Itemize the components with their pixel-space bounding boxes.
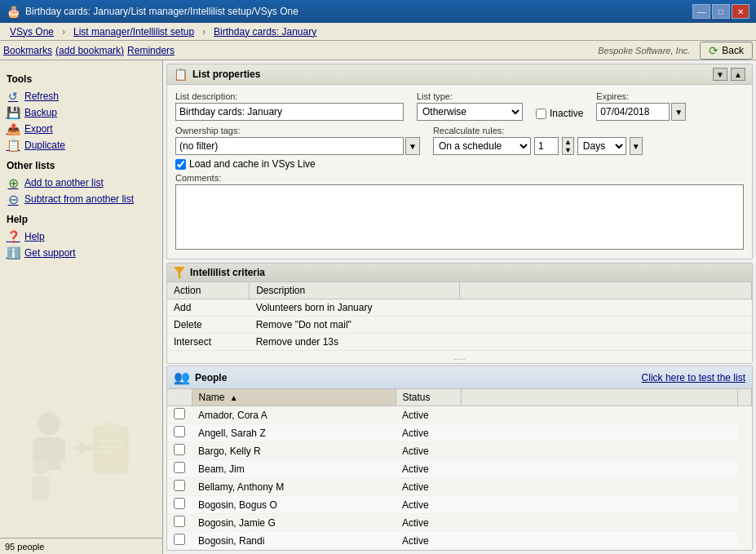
people-col-check [167,389,192,406]
people-panel: 👥 People Click here to test the list Nam… [166,366,753,551]
table-row[interactable]: Beam, Jim Active [167,460,752,478]
comments-wrapper [175,183,744,252]
recalculate-unit-select[interactable]: Days Hours Weeks [577,137,626,155]
person-name: Angell, Sarah Z [192,424,396,442]
table-row[interactable]: Bogosin, Jamie G Active [167,514,752,532]
sidebar-item-backup[interactable]: 💾 Backup [3,104,159,121]
person-name: Bogosin, Jamie G [192,514,396,532]
row-checkbox[interactable] [174,516,185,527]
person-name: Bogosin, Bogus O [192,496,396,514]
list-properties-title: List properties [192,69,260,80]
duplicate-label: Duplicate [24,140,65,151]
recalculate-select[interactable]: On a schedule Manually Daily [433,137,531,155]
status-text: 95 people [5,542,44,552]
status-bar: 95 people [0,538,162,554]
collapse-button[interactable]: ▼ [713,68,727,81]
bespoke-label: Bespoke Software, Inc. [598,46,690,55]
row-checkbox[interactable] [174,534,185,545]
other-lists-section-title: Other lists [7,160,159,171]
refresh-icon: ↺ [7,90,20,103]
ownership-input-row: ▼ [175,137,420,155]
pin-button[interactable]: ▲ [731,68,745,81]
people-icon: 👥 [174,370,190,385]
breadcrumb-list-manager[interactable]: List manager/Intellilist setup [67,24,201,39]
recalculate-number-spinner[interactable]: ▲▼ [562,137,574,155]
table-row[interactable]: Bellamy, Anthony M Active [167,478,752,496]
criteria-col-description: Description [250,282,460,299]
breadcrumb-vsysone[interactable]: VSys One [3,24,60,39]
svg-rect-7 [99,440,123,442]
comments-textarea[interactable] [175,184,744,250]
row-checkbox[interactable] [174,408,185,419]
add-bookmark-link[interactable]: (add bookmark) [55,45,124,56]
table-row[interactable]: Bogosin, Randi Active [167,532,752,549]
people-body: Amador, Cora A Active Angell, Sarah Z Ac… [167,406,752,549]
person-status: Active [396,478,461,496]
recalculate-unit-dropdown[interactable]: ▼ [630,137,643,155]
row-checkbox[interactable] [174,498,185,509]
list-description-input[interactable] [175,103,404,121]
criteria-col-extra [459,282,751,299]
recalculate-number-input[interactable] [534,137,559,155]
people-col-extra [461,389,738,406]
test-list-link[interactable]: Click here to test the list [642,372,745,383]
criteria-description: Remove under 13s [250,334,460,351]
bookmarks-link[interactable]: Bookmarks [3,45,52,56]
row-checkbox[interactable] [174,480,185,491]
criteria-row[interactable]: Delete Remove "Do not mail" [167,317,752,334]
list-properties-header[interactable]: 📋 List properties ▼ ▲ [167,64,752,85]
row-checkbox[interactable] [174,462,185,473]
table-row[interactable]: Bargo, Kelly R Active [167,442,752,460]
sidebar-item-subtract-from[interactable]: ⊖ Subtract from another list [3,191,159,207]
inactive-checkbox[interactable] [536,109,546,119]
drag-handle[interactable]: ..... [167,351,752,363]
table-row[interactable]: Bogosin, Bogus O Active [167,496,752,514]
back-button[interactable]: ⟳ Back [700,42,753,60]
expires-input-row: ▼ [596,103,686,121]
person-status: Active [396,424,461,442]
row-checkbox[interactable] [174,444,185,455]
tools-section-title: Tools [7,73,159,85]
svg-point-0 [38,412,60,435]
inactive-check: Inactive [536,108,583,119]
ownership-tags-input[interactable] [175,137,404,155]
table-row[interactable]: Angell, Sarah Z Active [167,424,752,442]
person-status: Active [396,460,461,478]
list-type-select[interactable]: Otherwise Include Exclude [417,103,523,121]
expires-dropdown-button[interactable]: ▼ [671,103,686,121]
criteria-action: Add [167,299,250,317]
reminders-link[interactable]: Reminders [127,45,175,56]
inactive-label: Inactive [550,108,583,119]
svg-point-10 [33,459,49,475]
people-scrollable[interactable]: Name ▲ Status Amador, Cora A Active Ange… [167,389,752,548]
sidebar: Tools ↺ Refresh 💾 Backup 📤 Export 📋 Dupl… [0,60,163,554]
recalculate-group: Recalculate rules: On a schedule Manuall… [433,126,643,155]
criteria-table: Action Description Add Volunteers born i… [167,282,752,351]
ownership-tags-label: Ownership tags: [175,126,420,135]
people-col-status[interactable]: Status [396,389,461,406]
maximize-button[interactable]: □ [712,4,730,19]
load-cache-checkbox[interactable] [175,159,186,170]
sidebar-item-duplicate[interactable]: 📋 Duplicate [3,137,159,153]
table-row[interactable]: Amador, Cora A Active [167,406,752,424]
criteria-row[interactable]: Add Volunteers born in January [167,299,752,317]
people-col-name[interactable]: Name ▲ [192,389,396,406]
load-cache-check: Load and cache in VSys Live [175,158,744,170]
close-button[interactable]: ✕ [732,4,749,19]
criteria-row[interactable]: Intersect Remove under 13s [167,334,752,351]
ownership-dropdown-button[interactable]: ▼ [405,137,420,155]
sidebar-item-help[interactable]: ❓ Help [3,228,159,245]
row-checkbox-cell [167,532,192,549]
comments-group: Comments: [175,173,744,252]
expires-input[interactable] [596,103,670,121]
sidebar-item-get-support[interactable]: ℹ️ Get support [3,245,159,261]
people-header-left: 👥 People [174,370,227,385]
row-checkbox[interactable] [174,426,185,437]
sidebar-item-add-to-another[interactable]: ⊕ Add to another list [3,175,159,191]
sidebar-item-refresh[interactable]: ↺ Refresh [3,88,159,104]
minimize-button[interactable]: — [692,4,710,19]
help-section-title: Help [7,214,159,225]
person-name: Bellamy, Anthony M [192,478,396,496]
breadcrumb-birthday-cards[interactable]: Birthday cards: January [207,24,323,39]
sidebar-item-export[interactable]: 📤 Export [3,121,159,137]
